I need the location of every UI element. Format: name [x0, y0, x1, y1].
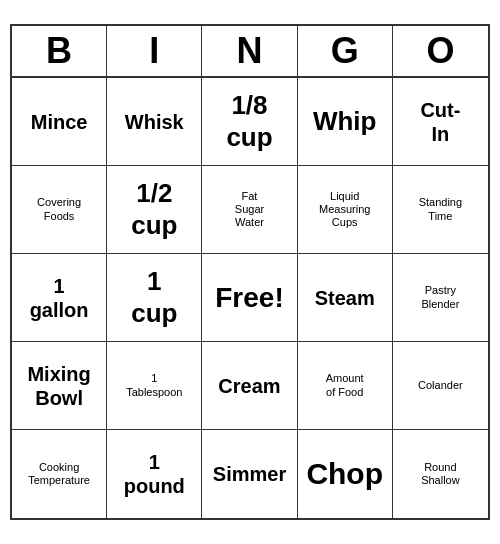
- cell-3-0: Mixing Bowl: [12, 342, 107, 430]
- cell-text: Colander: [418, 379, 463, 392]
- cell-1-2: Fat Sugar Water: [202, 166, 297, 254]
- cell-text: Fat Sugar Water: [235, 190, 264, 230]
- cell-1-3: Liquid Measuring Cups: [298, 166, 393, 254]
- cell-text: Covering Foods: [37, 196, 81, 222]
- cell-4-2: Simmer: [202, 430, 297, 518]
- header-letter: G: [298, 26, 393, 76]
- cell-text: 1 Tablespoon: [126, 372, 182, 398]
- cell-2-3: Steam: [298, 254, 393, 342]
- cell-3-1: 1 Tablespoon: [107, 342, 202, 430]
- cell-1-0: Covering Foods: [12, 166, 107, 254]
- cell-3-2: Cream: [202, 342, 297, 430]
- cell-text: 1 pound: [124, 450, 185, 498]
- header-letter: O: [393, 26, 488, 76]
- cell-4-3: Chop: [298, 430, 393, 518]
- cell-4-1: 1 pound: [107, 430, 202, 518]
- header-letter: B: [12, 26, 107, 76]
- header-letter: I: [107, 26, 202, 76]
- cell-4-0: Cooking Temperature: [12, 430, 107, 518]
- cell-text: Liquid Measuring Cups: [319, 190, 370, 230]
- cell-text: Chop: [306, 456, 383, 492]
- cell-text: Mixing Bowl: [27, 362, 90, 410]
- cell-1-4: Standing Time: [393, 166, 488, 254]
- bingo-header: BINGO: [12, 26, 488, 78]
- cell-2-1: 1 cup: [107, 254, 202, 342]
- cell-0-1: Whisk: [107, 78, 202, 166]
- bingo-card: BINGO MinceWhisk1/8 cupWhipCut- InCoveri…: [10, 24, 490, 520]
- cell-3-4: Colander: [393, 342, 488, 430]
- cell-text: 1 cup: [131, 266, 177, 328]
- cell-2-0: 1 gallon: [12, 254, 107, 342]
- cell-text: Free!: [215, 281, 283, 315]
- cell-text: Whisk: [125, 110, 184, 134]
- cell-2-2: Free!: [202, 254, 297, 342]
- cell-text: 1 gallon: [30, 274, 89, 322]
- cell-2-4: Pastry Blender: [393, 254, 488, 342]
- bingo-grid: MinceWhisk1/8 cupWhipCut- InCovering Foo…: [12, 78, 488, 518]
- cell-text: 1/8 cup: [226, 90, 272, 152]
- cell-0-2: 1/8 cup: [202, 78, 297, 166]
- cell-text: Cooking Temperature: [28, 461, 90, 487]
- cell-1-1: 1/2 cup: [107, 166, 202, 254]
- header-letter: N: [202, 26, 297, 76]
- cell-text: Pastry Blender: [421, 284, 459, 310]
- cell-text: Amount of Food: [326, 372, 364, 398]
- cell-text: Cream: [218, 374, 280, 398]
- cell-3-3: Amount of Food: [298, 342, 393, 430]
- cell-text: Simmer: [213, 462, 286, 486]
- cell-text: Round Shallow: [421, 461, 460, 487]
- cell-4-4: Round Shallow: [393, 430, 488, 518]
- cell-text: Cut- In: [420, 98, 460, 146]
- cell-0-3: Whip: [298, 78, 393, 166]
- cell-text: Mince: [31, 110, 88, 134]
- cell-text: Steam: [315, 286, 375, 310]
- cell-text: Whip: [313, 106, 377, 137]
- cell-0-4: Cut- In: [393, 78, 488, 166]
- cell-0-0: Mince: [12, 78, 107, 166]
- cell-text: 1/2 cup: [131, 178, 177, 240]
- cell-text: Standing Time: [419, 196, 462, 222]
